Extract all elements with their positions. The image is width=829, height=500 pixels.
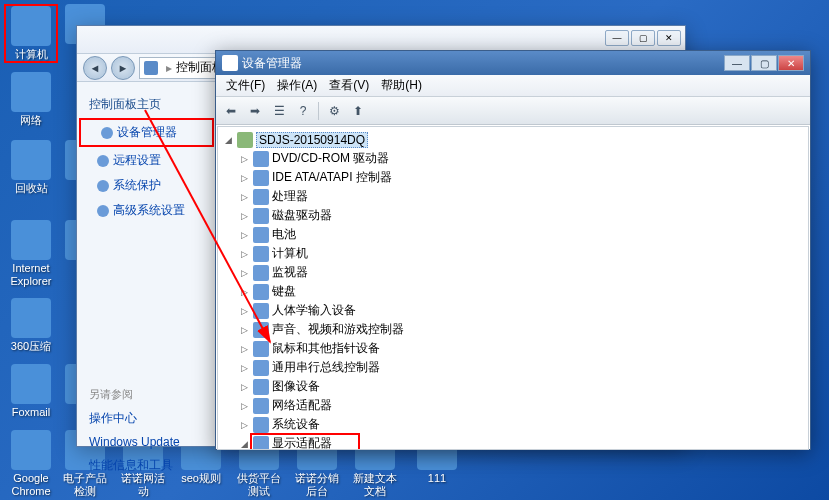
device-icon <box>253 360 269 376</box>
fwd-icon[interactable]: ➡ <box>244 100 266 122</box>
expand-icon[interactable]: ▷ <box>238 363 250 373</box>
icon-label: 诺诺分销后台 <box>290 472 344 498</box>
expand-icon[interactable]: ▷ <box>238 173 250 183</box>
see-also-link[interactable]: 操作中心 <box>77 406 216 431</box>
expand-icon[interactable]: ▷ <box>238 325 250 335</box>
tree-category[interactable]: ▷人体学输入设备 <box>222 301 804 320</box>
maximize-button[interactable]: ▢ <box>751 55 777 71</box>
close-button[interactable]: ✕ <box>778 55 804 71</box>
node-label: 显示适配器 <box>272 435 332 450</box>
help-icon[interactable]: ? <box>292 100 314 122</box>
see-also-link[interactable]: 性能信息和工具 <box>77 453 216 478</box>
view-icon[interactable]: ☰ <box>268 100 290 122</box>
app-icon <box>11 140 51 180</box>
tree-category[interactable]: ▷系统设备 <box>222 415 804 434</box>
tree-category[interactable]: ▷图像设备 <box>222 377 804 396</box>
device-icon <box>253 322 269 338</box>
device-icon <box>253 170 269 186</box>
see-also-link[interactable]: Windows Update <box>77 431 216 453</box>
app-icon <box>11 72 51 112</box>
maximize-button[interactable]: ▢ <box>631 30 655 46</box>
desktop-icon[interactable]: Google Chrome <box>4 430 58 498</box>
device-icon <box>253 417 269 433</box>
menu-item[interactable]: 文件(F) <box>220 75 271 96</box>
minimize-button[interactable]: — <box>605 30 629 46</box>
shield-icon <box>97 155 109 167</box>
tree-category[interactable]: ▷计算机 <box>222 244 804 263</box>
expand-icon[interactable]: ◢ <box>238 439 250 449</box>
menu-item[interactable]: 查看(V) <box>323 75 375 96</box>
expand-icon[interactable]: ▷ <box>238 306 250 316</box>
expand-icon[interactable]: ▷ <box>238 230 250 240</box>
link-label: 系统保护 <box>113 177 161 194</box>
expand-icon[interactable]: ▷ <box>238 249 250 259</box>
back-button[interactable]: ◄ <box>83 56 107 80</box>
computer-icon <box>237 132 253 148</box>
forward-button[interactable]: ► <box>111 56 135 80</box>
tree-category[interactable]: ▷处理器 <box>222 187 804 206</box>
breadcrumb-icon <box>144 61 158 75</box>
scan-icon[interactable]: ⚙ <box>323 100 345 122</box>
expand-icon[interactable]: ▷ <box>238 287 250 297</box>
desktop-icon[interactable]: 360压缩 <box>4 298 58 353</box>
desktop-icon[interactable]: 计算机 <box>4 4 58 63</box>
device-icon <box>253 284 269 300</box>
node-label: 人体学输入设备 <box>272 302 356 319</box>
icon-label: 网络 <box>4 114 58 127</box>
sidebar-link[interactable]: 高级系统设置 <box>77 198 216 223</box>
expand-icon[interactable]: ▷ <box>238 401 250 411</box>
update-icon[interactable]: ⬆ <box>347 100 369 122</box>
expand-icon[interactable]: ▷ <box>238 344 250 354</box>
desktop-icon[interactable]: 回收站 <box>4 140 58 195</box>
desktop-icon[interactable]: Internet Explorer <box>4 220 58 288</box>
dm-titlebar[interactable]: 设备管理器 — ▢ ✕ <box>216 51 810 75</box>
tree-category[interactable]: ▷DVD/CD-ROM 驱动器 <box>222 149 804 168</box>
desktop-icon[interactable]: Foxmail <box>4 364 58 419</box>
icon-label: Internet Explorer <box>4 262 58 288</box>
tree-category[interactable]: ▷网络适配器 <box>222 396 804 415</box>
device-icon <box>253 246 269 262</box>
node-label: 系统设备 <box>272 416 320 433</box>
tree-root[interactable]: ◢SDJS-20150914DQ <box>222 131 804 149</box>
sidebar-link[interactable]: 设备管理器 <box>79 118 214 147</box>
tree-category[interactable]: ▷磁盘驱动器 <box>222 206 804 225</box>
sidebar-link[interactable]: 远程设置 <box>77 148 216 173</box>
dm-toolbar: ⬅ ➡ ☰ ? ⚙ ⬆ <box>216 97 810 125</box>
device-icon <box>253 227 269 243</box>
icon-label: 供货平台测试 <box>232 472 286 498</box>
sidebar-header: 控制面板主页 <box>77 92 216 117</box>
icon-label: 计算机 <box>6 48 56 61</box>
back-icon[interactable]: ⬅ <box>220 100 242 122</box>
tree-category[interactable]: ▷监视器 <box>222 263 804 282</box>
desktop-icon[interactable]: 网络 <box>4 72 58 127</box>
tree-category[interactable]: ▷IDE ATA/ATAPI 控制器 <box>222 168 804 187</box>
device-tree[interactable]: ◢SDJS-20150914DQ▷DVD/CD-ROM 驱动器▷IDE ATA/… <box>217 126 809 450</box>
node-label: 声音、视频和游戏控制器 <box>272 321 404 338</box>
tree-category[interactable]: ▷键盘 <box>222 282 804 301</box>
sidebar-link[interactable]: 系统保护 <box>77 173 216 198</box>
menu-item[interactable]: 帮助(H) <box>375 75 428 96</box>
tree-category[interactable]: ◢显示适配器 <box>222 434 804 450</box>
expand-icon[interactable]: ▷ <box>238 268 250 278</box>
tree-category[interactable]: ▷声音、视频和游戏控制器 <box>222 320 804 339</box>
link-label: 设备管理器 <box>117 124 177 141</box>
link-label: 高级系统设置 <box>113 202 185 219</box>
expand-icon[interactable]: ▷ <box>238 154 250 164</box>
expand-icon[interactable]: ▷ <box>238 382 250 392</box>
shield-icon <box>97 180 109 192</box>
device-icon <box>253 379 269 395</box>
see-also-header: 另请参阅 <box>77 383 216 406</box>
expand-icon[interactable]: ▷ <box>238 211 250 221</box>
tree-category[interactable]: ▷通用串行总线控制器 <box>222 358 804 377</box>
tree-category[interactable]: ▷鼠标和其他指针设备 <box>222 339 804 358</box>
expand-icon[interactable]: ▷ <box>238 420 250 430</box>
tree-category[interactable]: ▷电池 <box>222 225 804 244</box>
minimize-button[interactable]: — <box>724 55 750 71</box>
expand-icon[interactable]: ▷ <box>238 192 250 202</box>
node-label: 监视器 <box>272 264 308 281</box>
close-button[interactable]: ✕ <box>657 30 681 46</box>
device-icon <box>253 436 269 451</box>
app-icon <box>11 430 51 470</box>
collapse-icon[interactable]: ◢ <box>222 135 234 145</box>
menu-item[interactable]: 操作(A) <box>271 75 323 96</box>
